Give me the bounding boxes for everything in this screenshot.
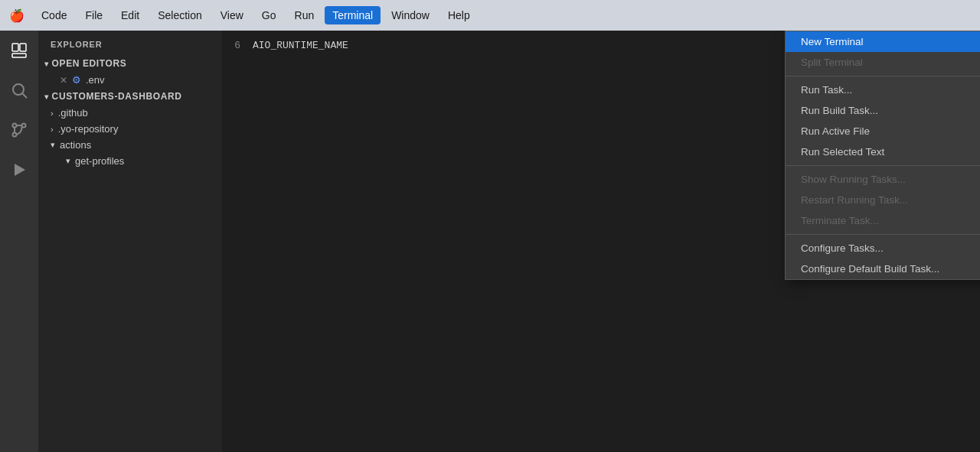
menu-terminate-task: Terminate Task... — [786, 210, 980, 231]
svg-point-7 — [13, 133, 17, 137]
folder-yo-repository[interactable]: › .yo-repository — [38, 121, 222, 137]
folder-actions[interactable]: ▾ actions — [38, 137, 222, 153]
menu-item-go[interactable]: Go — [254, 6, 284, 24]
run-task-label: Run Task... — [801, 84, 852, 96]
menu-item-code[interactable]: Code — [34, 6, 74, 24]
menu-split-terminal: Split Terminal ⌘\ — [786, 52, 980, 73]
main-area: EXPLORER ▾ OPEN EDITORS ✕ ⚙ .env ▾ CUSTO… — [0, 31, 980, 452]
divider-1 — [786, 76, 980, 76]
menu-item-file[interactable]: File — [77, 6, 110, 24]
new-terminal-label: New Terminal — [801, 36, 864, 47]
divider-3 — [786, 234, 980, 235]
menu-item-window[interactable]: Window — [384, 6, 437, 24]
menu-bar: 🍎 Code File Edit Selection View Go Run T… — [0, 0, 980, 31]
open-file-env[interactable]: ✕ ⚙ .env — [38, 72, 222, 88]
menu-configure-tasks[interactable]: Configure Tasks... — [786, 238, 980, 259]
svg-point-3 — [13, 84, 24, 95]
apple-icon[interactable]: 🍎 — [9, 8, 24, 23]
menu-item-edit[interactable]: Edit — [113, 6, 147, 24]
svg-point-5 — [13, 124, 17, 128]
menu-item-run[interactable]: Run — [287, 6, 322, 24]
run-selected-text-label: Run Selected Text — [801, 146, 884, 158]
menu-configure-default-build-task[interactable]: Configure Default Build Task... — [786, 259, 980, 279]
explorer-icon[interactable] — [5, 37, 33, 64]
folder-actions-label: actions — [60, 139, 91, 151]
configure-tasks-label: Configure Tasks... — [801, 242, 884, 254]
folder-github-label: .github — [58, 107, 88, 119]
show-running-tasks-label: Show Running Tasks... — [801, 174, 906, 185]
folder-github[interactable]: › .github — [38, 105, 222, 121]
menu-item-terminal[interactable]: Terminal — [325, 6, 381, 24]
close-icon[interactable]: ✕ — [60, 75, 67, 86]
search-icon[interactable] — [5, 76, 33, 104]
menu-item-selection[interactable]: Selection — [150, 6, 210, 24]
open-editors-chevron: ▾ — [44, 60, 49, 68]
gear-icon: ⚙ — [72, 74, 81, 86]
terminal-dropdown-menu: New Terminal ^ ~ Split Terminal ⌘\ Run T… — [785, 31, 980, 280]
menu-restart-running-task: Restart Running Task... — [786, 190, 980, 210]
menu-item-help[interactable]: Help — [440, 6, 478, 24]
menu-run-build-task[interactable]: Run Build Task... ⇧⌘B — [786, 100, 980, 121]
folder-yo-label: .yo-repository — [58, 123, 119, 135]
source-control-icon[interactable] — [5, 116, 33, 144]
folder-actions-chevron: ▾ — [51, 140, 55, 150]
project-section[interactable]: ▾ CUSTOMERS-DASHBOARD — [38, 88, 222, 105]
menu-new-terminal[interactable]: New Terminal ^ ~ — [786, 31, 980, 52]
menu-item-view[interactable]: View — [213, 6, 251, 24]
run-build-task-label: Run Build Task... — [801, 105, 878, 116]
open-editors-label: OPEN EDITORS — [52, 58, 127, 69]
project-chevron: ▾ — [44, 93, 49, 101]
menu-show-running-tasks: Show Running Tasks... — [786, 169, 980, 190]
sidebar: EXPLORER ▾ OPEN EDITORS ✕ ⚙ .env ▾ CUSTO… — [38, 31, 222, 452]
folder-get-profiles-label: get-profiles — [75, 155, 124, 167]
svg-point-6 — [22, 124, 26, 128]
folder-github-chevron: › — [51, 109, 54, 118]
svg-rect-1 — [20, 44, 26, 51]
sidebar-header: EXPLORER — [38, 31, 222, 55]
svg-line-4 — [23, 94, 28, 99]
restart-running-task-label: Restart Running Task... — [801, 194, 908, 206]
svg-rect-0 — [12, 44, 18, 51]
menu-run-task[interactable]: Run Task... — [786, 80, 980, 100]
menu-run-active-file[interactable]: Run Active File — [786, 121, 980, 141]
terminate-task-label: Terminate Task... — [801, 215, 879, 226]
project-label: CUSTOMERS-DASHBOARD — [52, 91, 182, 102]
folder-yo-chevron: › — [51, 125, 54, 134]
dropdown-overlay: New Terminal ^ ~ Split Terminal ⌘\ Run T… — [222, 31, 980, 452]
configure-default-build-task-label: Configure Default Build Task... — [801, 263, 939, 275]
run-debug-icon[interactable] — [5, 156, 33, 184]
menu-run-selected-text[interactable]: Run Selected Text — [786, 141, 980, 162]
svg-marker-8 — [15, 164, 25, 176]
run-active-file-label: Run Active File — [801, 125, 870, 137]
split-terminal-label: Split Terminal — [801, 57, 863, 68]
open-file-label: .env — [86, 74, 105, 86]
open-editors-section[interactable]: ▾ OPEN EDITORS — [38, 55, 222, 72]
folder-get-profiles[interactable]: ▾ get-profiles — [38, 153, 222, 169]
editor-area: 6 AIO_RUNTIME_NAME New Terminal ^ ~ Spli… — [222, 31, 980, 452]
activity-bar — [0, 31, 38, 452]
svg-rect-2 — [12, 54, 26, 57]
folder-get-profiles-chevron: ▾ — [66, 156, 70, 166]
divider-2 — [786, 165, 980, 166]
